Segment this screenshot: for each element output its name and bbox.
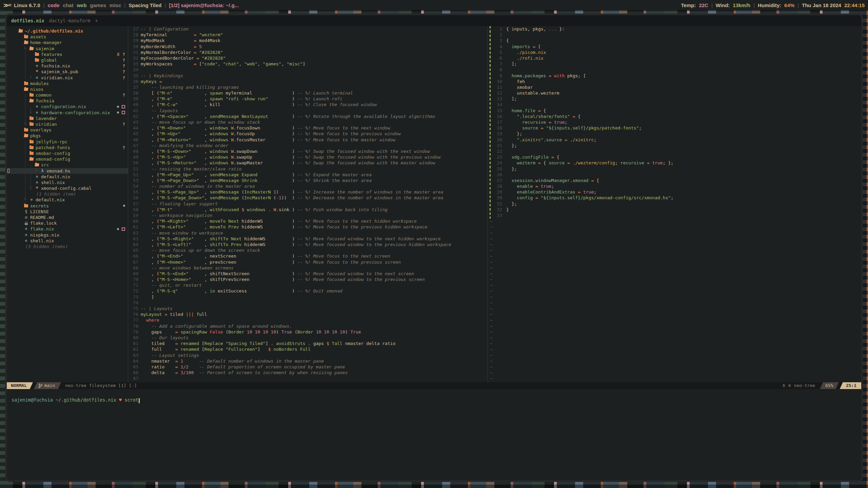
neo-tree-pane[interactable]: ~/.github/dotfiles.nixassetshome-manager… bbox=[7, 26, 128, 382]
workspace-item-chat[interactable]: chat bbox=[63, 2, 74, 8]
code-line: 31myNormalBorderColor = "#282828" bbox=[128, 49, 488, 55]
tree-row-assets[interactable]: assets bbox=[7, 34, 128, 40]
line-number: 49 bbox=[128, 154, 138, 160]
line-number: 70 bbox=[128, 277, 138, 282]
error-badge: E bbox=[117, 52, 120, 57]
line-number: 58 bbox=[128, 207, 138, 212]
code-line: 3{ bbox=[488, 38, 861, 43]
tree-row-license[interactable]: §LICENSE bbox=[7, 209, 128, 215]
code-line: 65 -- move focus up or down the screen s… bbox=[128, 247, 488, 253]
tree-row-home-manager[interactable]: home-manager bbox=[7, 40, 128, 45]
tree-row-flake.nix[interactable]: ❄flake.nix bbox=[7, 226, 128, 232]
line-number: 53 bbox=[128, 178, 138, 183]
tree-row-common[interactable]: common? bbox=[7, 92, 128, 98]
tree-row--3-hidden-items-[interactable]: (3 hidden items) bbox=[7, 244, 128, 249]
tree-row-viridian[interactable]: └viridian? bbox=[7, 121, 128, 127]
tree-row-sajenim[interactable]: └sajenim bbox=[7, 46, 128, 52]
nix-file-icon: ❄ bbox=[35, 174, 39, 180]
code-line: 85 ratio = 1/2 -- Default proportion of … bbox=[128, 364, 488, 370]
code-line: 51 -- resizing the master/slave ratio bbox=[128, 166, 488, 172]
tree-row-hardware-configuration.nix[interactable]: └❄hardware-configuration.nix bbox=[7, 110, 128, 116]
line-number: 29 bbox=[128, 38, 138, 43]
line-number: 51 bbox=[128, 166, 138, 172]
tree-row-fuchsia[interactable]: fuchsia bbox=[7, 98, 128, 104]
line-number: 79 bbox=[128, 329, 138, 335]
tree-row-lavender[interactable]: lavender bbox=[7, 116, 128, 121]
tab-dotfiles[interactable]: dotfiles.nix bbox=[11, 18, 44, 23]
tree-row-xmobar-config[interactable]: xmobar-config bbox=[7, 150, 128, 156]
code-line: 86 delta = 3/100 -- Percent of screen to… bbox=[128, 370, 488, 375]
empty-line-tilde: ~ bbox=[488, 317, 861, 323]
tab-dactyl-manuform[interactable]: dactyl-manuform bbox=[49, 18, 91, 23]
new-tab-button[interactable]: + bbox=[95, 18, 98, 23]
tree-row-global[interactable]: global? bbox=[7, 57, 128, 63]
tree-row-overlays[interactable]: overlays bbox=[7, 127, 128, 133]
tree-row-sajenim-sk.pub[interactable]: *sajenim_sk.pub? bbox=[7, 69, 128, 75]
tree-row-nixos[interactable]: nixos bbox=[7, 86, 128, 92]
git-branch: main bbox=[34, 382, 61, 389]
tree-row-viridian.nix[interactable]: └❄viridian.nix? bbox=[7, 75, 128, 81]
tree-row-xmonad-config.cabal[interactable]: └*xmonad-config.cabal bbox=[7, 185, 128, 191]
tree-row-secrets[interactable]: secrets bbox=[7, 203, 128, 209]
tree-row-configuration.nix[interactable]: ❄configuration.nix bbox=[7, 104, 128, 109]
tree-row-default.nix[interactable]: ❄default.nix bbox=[7, 174, 128, 180]
tree-row-xmonad-config[interactable]: xmonad-config bbox=[7, 156, 128, 162]
workspace-item-web[interactable]: web bbox=[77, 2, 86, 8]
tree-row-features[interactable]: featuresE? bbox=[7, 52, 128, 57]
code-line: 9 home.packages = with pkgs; [ bbox=[488, 73, 861, 79]
line-number: 67 bbox=[128, 259, 138, 265]
editor-pane-nix-file[interactable]: 1{ inputs, pkgs, ... }:23{4 imports = [5… bbox=[488, 26, 861, 382]
tree-item-label: src bbox=[41, 162, 49, 168]
tree-row-patched-fonts[interactable]: patched-fonts? bbox=[7, 145, 128, 150]
line-number: 43 bbox=[128, 119, 138, 125]
code-line: 1{ inputs, pkgs, ... }: bbox=[488, 26, 861, 32]
workspace-item-code[interactable]: code bbox=[48, 2, 60, 8]
empty-line-tilde: ~ bbox=[488, 288, 861, 294]
separator: | bbox=[797, 2, 799, 8]
shell-area[interactable]: sajenim@fuchsia ~/.github/dotfiles.nix ♥… bbox=[7, 389, 861, 480]
editor-pane-xmonad-hs[interactable]: 27-- | Configuration28myTerminal = "wezt… bbox=[128, 26, 488, 382]
code-line: 13 ]; bbox=[488, 96, 861, 102]
tree-row-fuchsia.nix[interactable]: ❄fuchsia.nix? bbox=[7, 63, 128, 69]
code-line: 42 , ("M-<Space>" , sendMessage NextLayo… bbox=[128, 114, 488, 119]
tree-row--.github-dotfiles.nix[interactable]: ~/.github/dotfiles.nix bbox=[7, 28, 128, 34]
nix-file-icon: ❄ bbox=[35, 63, 39, 69]
nix-file-icon: ❄ bbox=[35, 180, 39, 185]
line-number: 50 bbox=[128, 160, 138, 166]
tree-row-nixpkgs.nix[interactable]: ❄nixpkgs.nix bbox=[7, 232, 128, 238]
tree-row-shell.nix[interactable]: ❄shell.nix bbox=[7, 238, 128, 244]
tree-row-xmonad.hs[interactable]: └λxmonad.hs bbox=[7, 168, 128, 174]
untracked-badge: ? bbox=[122, 69, 125, 75]
prompt-command[interactable]: scrot bbox=[124, 397, 138, 403]
wind-label: Wind: bbox=[716, 2, 730, 8]
empty-line-tilde: ~ bbox=[488, 259, 861, 265]
folder-open-icon bbox=[18, 29, 23, 33]
tree-row-pkgs[interactable]: pkgs bbox=[7, 133, 128, 139]
code-line: 14 bbox=[488, 102, 861, 107]
license-icon: § bbox=[24, 209, 28, 215]
empty-line-tilde: ~ bbox=[488, 271, 861, 277]
tree-row-default.nix[interactable]: └❄default.nix bbox=[7, 197, 128, 203]
line-number: 78 bbox=[128, 323, 138, 329]
tree-row-jellyfin-rpc[interactable]: jellyfin-rpc bbox=[7, 139, 128, 145]
workspace-item-misc[interactable]: misc bbox=[110, 2, 121, 8]
folder-open-icon bbox=[29, 47, 34, 50]
code-line: 30myBorderWidth = 5 bbox=[128, 44, 488, 49]
empty-line-tilde: ~ bbox=[488, 218, 861, 224]
code-line: 62 -- move window to workspace bbox=[128, 230, 488, 236]
git-change-signs bbox=[490, 26, 491, 219]
tree-row-src[interactable]: src bbox=[7, 162, 128, 168]
tree-row-flake.lock[interactable]: flake.lock bbox=[7, 220, 128, 226]
workspace-item-games[interactable]: games bbox=[90, 2, 106, 8]
tree-row--1-hidden-item-[interactable]: (1 hidden item) bbox=[7, 191, 128, 197]
tree-row-readme.md[interactable]: ▤README.md bbox=[7, 215, 128, 220]
tree-row-modules[interactable]: modules bbox=[7, 81, 128, 86]
empty-line-tilde: ~ bbox=[488, 224, 861, 230]
empty-line-tilde: ~ bbox=[488, 277, 861, 282]
tree-item-label: lavender bbox=[36, 116, 57, 121]
code-line: 17 recursive = true; bbox=[488, 119, 861, 125]
tree-row-shell.nix[interactable]: ❄shell.nix bbox=[7, 180, 128, 185]
tree-item-label: hardware-configuration.nix bbox=[41, 110, 110, 116]
folder-icon bbox=[29, 152, 34, 155]
code-line: 23 xdg.configFile = { bbox=[488, 154, 861, 160]
